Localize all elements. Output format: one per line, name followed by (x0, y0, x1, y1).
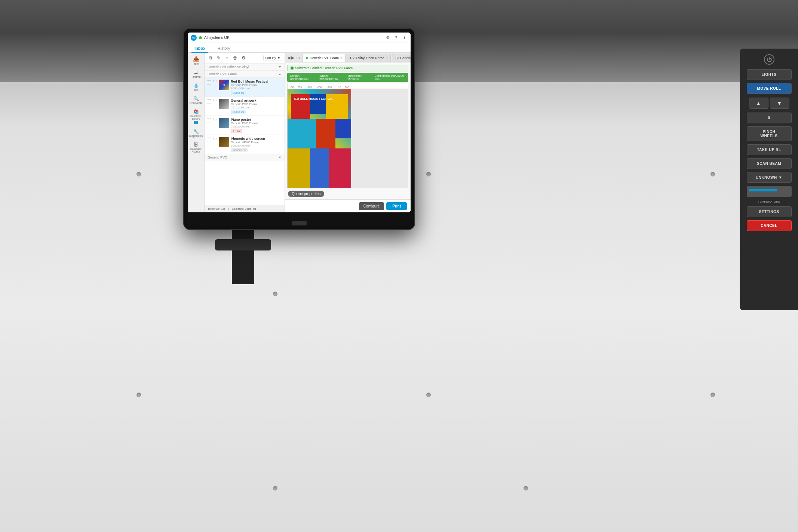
arrow-down-button[interactable]: ▼ (770, 98, 789, 109)
nav-item-substrate[interactable]: 📚 Substrate Library 2 (189, 107, 203, 126)
preview-panel: ◀ ▶ 01 Generic PVC Foam × PVC Vinyl Shor… (285, 53, 411, 212)
add-icon[interactable]: + (223, 54, 231, 62)
monitor-screen: hp All systems OK ⚙ ? ℹ Inbox History (188, 33, 411, 212)
job-item-4[interactable]: 1:1 Phonetic wide screen Generic &PVC Fo… (205, 135, 285, 154)
temperature-label: TEMPERATURE (758, 200, 780, 203)
job-num-3: 1:1 (213, 118, 217, 121)
sort-button[interactable]: Sort By ▼ (263, 55, 282, 61)
move-roll-button[interactable]: MOVE ROLL (747, 83, 792, 94)
section-pvc[interactable]: Generic PVC ▼ (205, 154, 285, 161)
edit-icon[interactable]: ✎ (215, 54, 222, 62)
unknown-chevron: ▼ (779, 175, 782, 179)
nav-label-database: Database Access (189, 148, 203, 153)
nav-label-substrate: Substrate Library (189, 115, 203, 120)
nav-label-reformat: Reformat (191, 76, 202, 78)
job-item-1[interactable]: 1:1 RB Red Bull Music Festival Generic P… (205, 78, 285, 97)
take-up-button[interactable]: TAKE UP RL (747, 144, 792, 155)
job-thumb-4 (219, 137, 229, 147)
temperature-bar (747, 186, 792, 197)
tab-history[interactable]: History (214, 44, 233, 53)
job-item-3[interactable]: 1:1 Piano poster Generic PVC Foams 6050x… (205, 116, 285, 135)
job-substrate-3: Generic PVC Foams (231, 122, 282, 125)
browser-tab-2[interactable]: PVC Vinyl Short Name × (347, 54, 391, 62)
roll-info-bar: Length: 60900500mm Width: 99600000mm Thi… (287, 73, 408, 82)
roll-consumed: Consumed: 36902100 mm (374, 74, 405, 81)
info-icon[interactable]: ℹ (401, 34, 408, 41)
nav-item-findmedia[interactable]: 🔍 Find Media (189, 94, 203, 107)
job-info-1: Red Bull Music Festival Generic PVC Foam… (231, 80, 282, 95)
job-list: Generic Soft Adhesive Vinyl ▼ Generic PV… (205, 64, 285, 205)
job-info-3: Piano poster Generic PVC Foams 6050x6000… (231, 118, 282, 133)
monitor-arm (232, 224, 254, 284)
pinch-wheels-button[interactable]: PINCHWHEELS (747, 126, 792, 141)
browser-tabs: ◀ ▶ 01 Generic PVC Foam × PVC Vinyl Shor… (285, 53, 411, 63)
status-text: All systems OK (204, 36, 382, 40)
settings-icon[interactable]: ⚙ (384, 34, 391, 41)
help-icon[interactable]: ? (393, 34, 399, 41)
art-block-4 (288, 119, 316, 148)
browser-tab-1[interactable]: Generic PVC Foam × (303, 54, 346, 62)
configure-button[interactable]: Configure (359, 202, 384, 210)
arrow-up-button[interactable]: ▲ (749, 98, 768, 109)
browser-tab-1-label: Generic PVC Foam (310, 56, 339, 60)
scan-beam-button[interactable]: SCAN BEAM (747, 158, 792, 169)
substrate-icon: 📚 (193, 110, 199, 114)
ruler-mark-4: 800 (328, 86, 332, 89)
ruler-area: 100 200 400 600 800 1.0 900 (287, 83, 408, 89)
section-pvc-foam[interactable]: Generic PVC Foam ▲ (205, 71, 285, 78)
tab-close-2[interactable]: × (386, 56, 387, 60)
job-checkbox-2[interactable] (207, 99, 211, 104)
top-icons: ⚙ ? ℹ (384, 34, 408, 41)
inbox-icon: 📥 (193, 56, 199, 62)
roll-thickness: Thickness: 1500mm (347, 74, 371, 81)
lights-button[interactable]: LIGHTS (747, 69, 792, 80)
job-num-2: 1:1 (213, 99, 217, 102)
tab-bar: Inbox History (188, 43, 411, 53)
screw-1 (136, 172, 141, 176)
ruler-mark-1: 200 (298, 86, 302, 89)
print-button[interactable]: Print (386, 202, 407, 210)
section-soft-vinyl[interactable]: Generic Soft Adhesive Vinyl ▼ (205, 64, 285, 71)
screw-3 (710, 172, 715, 176)
unknown-dropdown[interactable]: UNKNOWN ▼ (747, 172, 792, 183)
delete-icon[interactable]: 🗑 (231, 54, 239, 62)
job-panel: ⧉ ✎ + 🗑 ⚙ Sort By ▼ Generic Soft A (205, 53, 285, 212)
nav-item-diagnostics[interactable]: 🔧 Diagnostics (189, 127, 203, 139)
ruler-mark-0: 100 (289, 86, 294, 89)
browser-tab-3[interactable]: 03 Generic Name 1 × (392, 54, 411, 62)
back-arrow[interactable]: ◀ (287, 55, 290, 61)
section-soft-vinyl-chevron: ▼ (278, 65, 282, 69)
job-info-4: Phonetic wide screen Generic &PVC Foam 3… (231, 137, 282, 152)
queue-properties-button[interactable]: Queue properties (288, 191, 324, 197)
sort-label: Sort By (265, 56, 276, 60)
copy-icon[interactable]: ⧉ (207, 54, 214, 62)
cancel-button[interactable]: CANCEL (747, 220, 792, 231)
job-panel-bottom-bar: Total: 934 (2) | Selected: Jobs: 01 (205, 205, 285, 212)
settings-button[interactable]: SETTINGS (747, 206, 792, 217)
nav-item-reformat[interactable]: ⇄ Reformat (189, 68, 203, 80)
tab-close-1[interactable]: × (340, 56, 342, 60)
job-checkbox-1[interactable] (207, 80, 211, 85)
job-checkbox-3[interactable] (207, 119, 211, 123)
job-badge-4: Not Current (231, 148, 248, 152)
section-pvc-foam-chevron: ▲ (278, 72, 282, 76)
preview-image-area: RED BULL MUSIC FESTIVAL (288, 89, 351, 188)
settings2-icon[interactable]: ⚙ (240, 54, 247, 62)
unknown-label: UNKNOWN (756, 175, 777, 179)
tab-inbox[interactable]: Inbox (191, 44, 208, 53)
nav-item-inbox[interactable]: 📥 Inbox (189, 54, 203, 67)
screw-5 (136, 393, 141, 397)
nav-label-findmedia: Find Media (190, 102, 203, 104)
job-item-2[interactable]: 1:1 General artwork Generic PVC Foam 561… (205, 97, 285, 116)
job-checkbox-4[interactable] (207, 138, 211, 142)
power-button[interactable]: ⏻ (764, 54, 774, 65)
job-thumb-2 (219, 99, 229, 109)
nav-item-inks[interactable]: 💧 Inks (189, 81, 203, 93)
job-badge-3: 1 Error (231, 129, 242, 133)
section-pvc-foam-label: Generic PVC Foam (208, 72, 237, 76)
monitor-arm-base (215, 239, 271, 250)
job-dims-1: 3000x600 mm (231, 87, 282, 90)
nav-item-database[interactable]: 🗄 Database Access (189, 140, 203, 155)
forward-arrow[interactable]: ▶ (291, 55, 294, 61)
control-panel: ⏻ LIGHTS MOVE ROLL ▲ ▼ 0 PINCHWHEELS TAK… (740, 49, 798, 310)
